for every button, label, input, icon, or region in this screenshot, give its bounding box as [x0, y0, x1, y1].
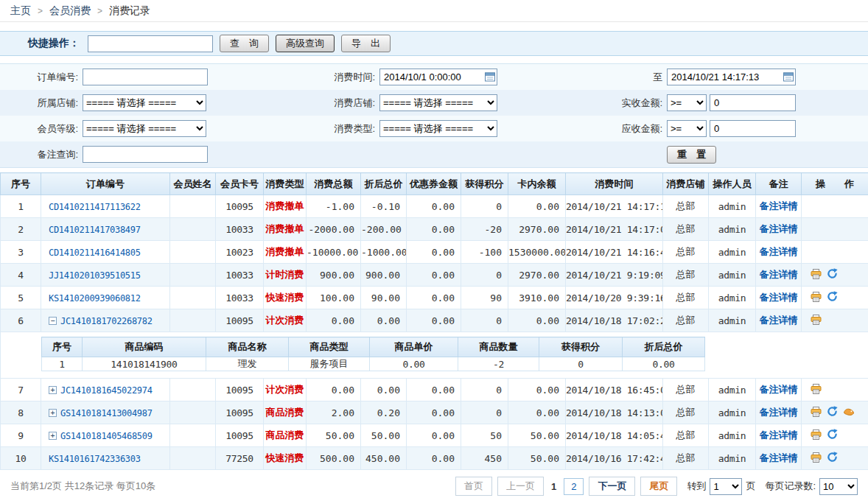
filter-row-2: 所属店铺: ===== 请选择 ===== 消费店铺: ===== 请选择 ==… [0, 90, 868, 116]
column-header-3: 会员卡号 [216, 173, 264, 195]
print-icon[interactable] [811, 407, 822, 419]
note-detail-link[interactable]: 备注详情 [760, 292, 798, 303]
cell-card-balance: 0.00 [508, 401, 566, 424]
order-number-link[interactable]: GS1410181413004987 [60, 408, 153, 418]
note-query-input[interactable] [83, 146, 208, 163]
cell-operator: admin [709, 241, 756, 264]
print-icon[interactable] [811, 315, 822, 327]
refund-icon[interactable] [827, 406, 838, 419]
note-detail-link[interactable]: 备注详情 [760, 407, 798, 418]
advanced-search-button[interactable]: 高级查询 [276, 35, 335, 52]
page-size-select[interactable]: 10 [819, 478, 858, 495]
breadcrumb-member-consume[interactable]: 会员消费 [49, 4, 91, 18]
note-detail-link[interactable]: 备注详情 [760, 269, 798, 280]
prev-page-button[interactable]: 上一页 [497, 477, 544, 496]
print-icon[interactable] [811, 292, 822, 304]
refund-icon[interactable] [827, 429, 838, 442]
cell-consume-shop: 总部 [663, 424, 709, 447]
goto-suffix: 页 [746, 480, 755, 493]
order-no-input[interactable] [83, 69, 208, 85]
cell-card-no: 10033 [216, 218, 264, 241]
sub-cell-5: -2 [458, 357, 539, 371]
cell-operator: admin [709, 379, 756, 401]
order-number-link[interactable]: CD1410211417038497 [49, 225, 141, 235]
goto-page-select[interactable]: 1 [710, 478, 742, 495]
receivable-amount-operator-select[interactable]: >= [667, 120, 707, 137]
cell-points-gained: 90 [461, 287, 508, 309]
cell-total-amount: 500.00 [307, 447, 361, 470]
cell-member-name [170, 401, 216, 424]
real-amount-operator-select[interactable]: >= [667, 94, 707, 111]
order-number-link[interactable]: CD1410211417113622 [49, 202, 141, 212]
order-number-link[interactable]: KS1410161742336303 [49, 454, 141, 464]
cell-operator: admin [709, 424, 756, 447]
note-detail-link[interactable]: 备注详情 [760, 315, 798, 326]
consume-time-to-input[interactable] [667, 69, 796, 85]
consume-time-from-input[interactable] [379, 69, 497, 85]
refund-icon[interactable] [827, 291, 838, 304]
note-detail-link[interactable]: 备注详情 [760, 452, 798, 463]
return-goods-icon[interactable] [843, 407, 855, 419]
cell-consume-time: 2014/10/16 17:42:48 [566, 447, 663, 470]
quick-search-input[interactable] [88, 35, 213, 52]
real-amount-input[interactable] [710, 94, 796, 111]
note-detail-link[interactable]: 备注详情 [760, 384, 798, 395]
refund-icon[interactable] [827, 268, 838, 281]
cell-card-balance: 0.00 [508, 195, 566, 218]
breadcrumb-home[interactable]: 主页 [10, 4, 31, 18]
collapse-icon[interactable]: − [49, 317, 57, 325]
export-button[interactable]: 导 出 [341, 35, 391, 52]
receivable-amount-input[interactable] [710, 120, 796, 137]
page-2-button[interactable]: 2 [564, 478, 584, 495]
consume-type-select[interactable]: ===== 请选择 ===== [379, 120, 497, 137]
table-row: 1CD141021141711362210095消费撤单-1.00-0.100.… [1, 195, 868, 218]
cell-actions [802, 379, 868, 401]
expand-icon[interactable]: + [49, 409, 57, 417]
order-number-link[interactable]: JJ1410201039510515 [49, 270, 141, 281]
cell-order-no: −JC1410181702268782 [41, 309, 170, 332]
calendar-icon[interactable] [783, 71, 794, 84]
reset-button[interactable]: 重 置 [667, 146, 716, 164]
current-page-number: 1 [549, 479, 559, 494]
cell-total-amount: 2.00 [307, 401, 361, 424]
cell-coupon-amount: 0.00 [407, 287, 461, 309]
cell-coupon-amount: 0.00 [407, 218, 461, 241]
print-icon[interactable] [811, 452, 822, 465]
print-icon[interactable] [811, 384, 822, 396]
order-number-link[interactable]: KS1410200939060812 [49, 293, 141, 304]
cell-consume-type: 计时消费 [264, 264, 307, 287]
expand-icon[interactable]: + [49, 432, 57, 440]
sub-column-header-2: 商品名称 [206, 337, 289, 357]
last-page-button[interactable]: 尾页 [640, 477, 677, 496]
order-number-link[interactable]: GS1410181405468509 [60, 431, 153, 441]
first-page-button[interactable]: 首页 [455, 477, 492, 496]
goto-label: 转到 [687, 480, 706, 493]
sub-column-header-4: 商品单价 [370, 337, 458, 357]
cell-consume-time: 2014/10/18 14:13:00 [566, 401, 663, 424]
column-header-8: 获得积分 [461, 173, 508, 195]
consume-shop-select[interactable]: ===== 请选择 ===== [379, 94, 497, 111]
cell-coupon-amount: 0.00 [407, 447, 461, 470]
expand-icon[interactable]: + [49, 386, 57, 394]
order-number-link[interactable]: JC1410181702268782 [60, 316, 153, 326]
print-icon[interactable] [811, 269, 822, 281]
cell-coupon-amount: 0.00 [407, 401, 461, 424]
note-detail-link[interactable]: 备注详情 [760, 429, 798, 441]
calendar-icon[interactable] [485, 71, 495, 84]
print-icon[interactable] [811, 429, 822, 442]
own-shop-select[interactable]: ===== 请选择 ===== [83, 94, 206, 111]
note-query-label: 备注查询: [0, 148, 83, 161]
order-number-link[interactable]: CD1410211416414805 [49, 248, 141, 258]
search-button[interactable]: 查 询 [220, 35, 269, 52]
note-detail-link[interactable]: 备注详情 [760, 200, 798, 211]
cell-seq: 2 [1, 218, 41, 241]
note-detail-link[interactable]: 备注详情 [760, 223, 798, 234]
next-page-button[interactable]: 下一页 [589, 477, 635, 496]
cell-consume-shop: 总部 [663, 264, 709, 287]
refund-icon[interactable] [827, 452, 838, 465]
cell-consume-type: 快速消费 [264, 287, 307, 309]
member-level-select[interactable]: ===== 请选择 ===== [83, 120, 206, 137]
order-number-link[interactable]: JC1410181645022974 [60, 385, 153, 396]
cell-operator: admin [709, 309, 756, 332]
note-detail-link[interactable]: 备注详情 [760, 246, 798, 257]
